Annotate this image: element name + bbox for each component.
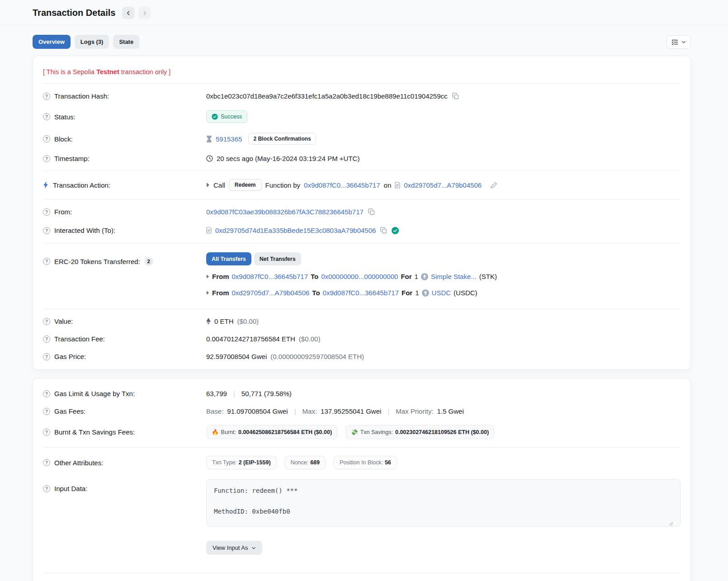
contract-document-icon [206,227,212,234]
action-on-text: on [384,181,392,189]
all-transfers-tab[interactable]: All Transfers [206,252,251,265]
burnt-savings-label: Burnt & Txn Savings Fees: [54,428,135,436]
help-icon[interactable]: ? [43,335,50,343]
view-input-as-button[interactable]: View Input As [206,541,262,555]
net-transfers-tab[interactable]: Net Transfers [254,252,301,265]
help-icon[interactable]: ? [43,113,50,120]
gas-usage-value: 50,771 (79.58%) [241,390,292,397]
gas-price-eth: (0.000000092597008504 ETH) [270,353,364,360]
txn-type-badge: Txn Type: 2 (EIP-1559) [206,456,277,469]
hourglass-icon [206,136,212,142]
erc20-transfers-label: ERC-20 Tokens Transferred: [54,258,140,265]
help-icon[interactable]: ? [43,353,50,360]
input-data-box[interactable]: Function: redeem() *** MethodID: 0xbe040… [206,479,681,527]
tab-overview[interactable]: Overview [33,35,71,49]
block-row: ? Block: 5915365 2 Block Confirmations [43,128,681,150]
action-method-button[interactable]: Redeem [229,179,262,191]
transfer-for-word: For [402,289,412,297]
help-icon[interactable]: ? [43,155,50,162]
gas-price-row: ? Gas Price: 92.597008504 Gwei (0.000000… [43,348,681,365]
copy-from-button[interactable] [367,208,376,216]
testnet-warning: [ This is a Sepolia Testnet transaction … [43,57,681,83]
next-transaction-button[interactable] [138,7,151,19]
action-call-text: Call [213,181,225,189]
separator: | [292,407,299,415]
transfer-to-link[interactable]: 0x00000000...000000000 [321,273,398,280]
action-contract-link[interactable]: 0xd29705d7...A79b04506 [404,181,482,189]
help-icon[interactable]: ? [43,258,50,265]
help-icon[interactable]: ? [43,429,50,436]
from-label: From: [54,208,72,216]
other-attributes-row: ? Other Attributes: Txn Type: 2 (EIP-155… [43,451,681,474]
savings-value: 0.002302746218109526 ETH ($0.00) [395,429,489,435]
transfer-from-link[interactable]: 0x9d087fC0...36645b717 [232,273,308,280]
transfer-to-link[interactable]: 0x9d087fC0...36645b717 [323,289,399,297]
help-icon[interactable]: ? [43,227,50,234]
erc20-transfers-row: ? ERC-20 Tokens Transferred: 2 All Trans… [43,246,681,306]
transaction-fee-row: ? Transaction Fee: 0.004701242718756584 … [43,330,681,348]
help-icon[interactable]: ? [43,318,50,325]
block-number-link[interactable]: 5915365 [216,135,242,143]
fire-icon: 🔥 [212,429,219,435]
savings-key: Txn Savings: [360,429,393,435]
tab-logs[interactable]: Logs (3) [75,35,109,49]
transfer-token-link[interactable]: Simple Stake... [431,273,477,280]
transfer-token-link[interactable]: USDC [432,289,451,297]
ethereum-icon [206,318,211,325]
tab-state[interactable]: State [113,35,139,49]
copy-icon [380,227,387,234]
chevron-down-icon [681,40,686,44]
help-icon[interactable]: ? [43,390,50,397]
txn-savings-badge: 💸 Txn Savings: 0.002302746218109526 ETH … [345,425,494,439]
transfer-amount: 1 [415,289,419,297]
transaction-fee-label: Transaction Fee: [54,335,105,343]
contract-document-icon [395,182,400,189]
help-icon[interactable]: ? [43,459,50,466]
prev-transaction-button[interactable] [122,7,134,19]
view-input-as-label: View Input As [213,544,248,551]
copy-hash-button[interactable] [451,92,460,100]
from-row: ? From: 0x9d087fC03ae39b088326b67fA3C788… [43,203,681,221]
token-transfer-row: From 0xd29705d7...A79b04506 To 0x9d087fC… [206,284,681,301]
input-data-label: Input Data: [54,485,87,492]
position-in-block-badge: Position In Block: 56 [334,456,397,469]
max-fee-value: 137.95255041 Gwei [321,407,381,415]
display-options-button[interactable] [667,35,691,49]
to-address-link[interactable]: 0xd29705d74d1Ea335bBede15E3c0803aA79b045… [215,227,376,234]
copy-icon [368,208,375,215]
interacted-with-row: ? Interacted With (To): 0xd29705d74d1Ea3… [43,221,681,240]
value-label: Value: [54,317,73,325]
token-icon [422,289,429,297]
max-fee-key: Max: [303,407,317,415]
transaction-fee-usd: ($0.00) [299,335,321,343]
transaction-hash-label: Transaction Hash: [54,92,109,100]
transfer-from-link[interactable]: 0xd29705d7...A79b04506 [232,289,310,297]
action-from-link[interactable]: 0x9d087fC0...36645b717 [304,181,380,189]
copy-to-button[interactable] [379,226,388,235]
token-icon [421,273,428,280]
clock-icon [206,155,213,162]
from-address-link[interactable]: 0x9d087fC03ae39b088326b67fA3C788236645b7… [206,208,364,216]
block-label: Block: [54,135,73,143]
action-function-by-text: Function by [265,181,301,189]
edit-name-tag-button[interactable] [490,181,498,189]
burnt-value: 0.004625086218756584 ETH ($0.00) [238,429,332,435]
help-icon[interactable]: ? [43,208,50,216]
help-icon[interactable]: ? [43,485,50,492]
page-title: Transaction Details [33,8,115,18]
status-badge: Success [206,110,247,123]
help-icon[interactable]: ? [43,93,50,100]
resize-corner-icon[interactable] [669,521,673,526]
base-fee-value: 91.097008504 Gwei [227,407,288,415]
transfer-amount: 1 [415,273,418,280]
gas-limit-row: ? Gas Limit & Usage by Txn: 63,799 | 50,… [43,385,681,402]
timestamp-value: 20 secs ago (May-16-2024 03:19:24 PM +UT… [217,155,359,162]
txn-type-value: 2 (EIP-1559) [239,459,271,466]
help-icon[interactable]: ? [43,135,50,142]
nonce-key: Nonce: [291,459,309,466]
gas-limit-value: 63,799 [206,390,227,397]
input-data-row: ? Input Data: Function: redeem() *** Met… [43,474,681,560]
value-amount: 0 ETH [214,317,234,325]
overview-card: [ This is a Sepolia Testnet transaction … [33,56,691,370]
help-icon[interactable]: ? [43,408,50,415]
